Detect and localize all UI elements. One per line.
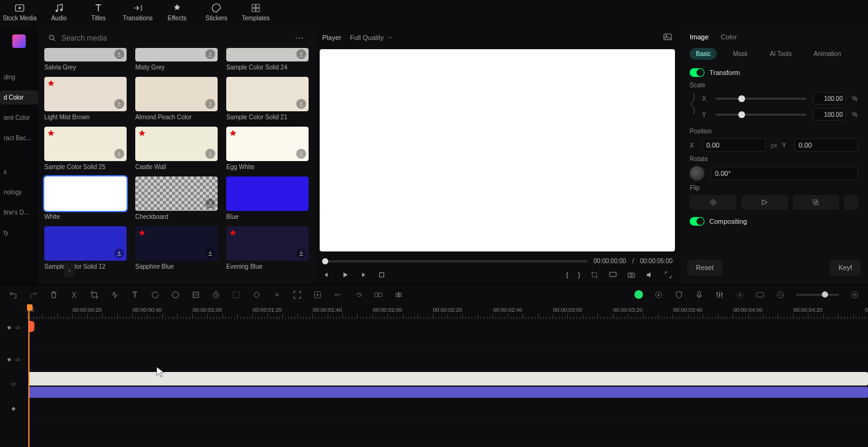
rail-item[interactable]: ient Color: [0, 111, 38, 125]
next-frame-button[interactable]: [359, 271, 368, 279]
scale-y-slider[interactable]: [716, 114, 807, 116]
download-icon[interactable]: [296, 49, 306, 59]
prev-frame-button[interactable]: [322, 271, 331, 279]
nav-audio[interactable]: Audio: [39, 2, 79, 22]
marker-button[interactable]: [272, 290, 282, 299]
stop-button[interactable]: [377, 271, 386, 279]
motion-button[interactable]: [333, 290, 342, 299]
rail-item[interactable]: ding: [0, 70, 38, 84]
download-icon[interactable]: [114, 149, 124, 159]
delete-button[interactable]: [49, 290, 58, 299]
media-item[interactable]: Light Mist Brown: [44, 77, 127, 121]
camera-button[interactable]: [627, 271, 636, 279]
settings-button[interactable]: [735, 290, 744, 299]
rotate-input[interactable]: 0.00°: [711, 167, 858, 180]
player-canvas[interactable]: [320, 49, 675, 251]
scale-x-input[interactable]: 100.00: [813, 92, 846, 105]
preview-button[interactable]: [654, 290, 663, 299]
crop-button[interactable]: [590, 271, 599, 279]
download-icon[interactable]: [205, 199, 215, 208]
media-item[interactable]: Sample Color Solid 25: [44, 127, 127, 170]
media-item[interactable]: Blue: [226, 176, 309, 220]
position-y-input[interactable]: 0.00: [794, 138, 858, 152]
flip-both-button[interactable]: [793, 195, 840, 210]
redo-button[interactable]: [29, 290, 38, 299]
group-button[interactable]: [374, 290, 383, 299]
refresh-button[interactable]: [151, 290, 160, 299]
playhead[interactable]: [28, 304, 30, 447]
add-button[interactable]: [313, 290, 322, 299]
download-icon[interactable]: [296, 149, 306, 159]
fullscreen-button[interactable]: [664, 271, 673, 279]
seek-bar[interactable]: [322, 260, 588, 263]
track-header[interactable]: [0, 319, 27, 336]
media-item[interactable]: Misty Grey: [135, 48, 218, 71]
nav-titles[interactable]: Titles: [79, 2, 118, 22]
undo-button[interactable]: [9, 290, 18, 299]
track-row[interactable]: [27, 351, 868, 368]
download-icon[interactable]: [114, 99, 124, 109]
nav-transitions[interactable]: Transitions: [118, 2, 157, 22]
clip-white[interactable]: [28, 372, 868, 386]
mark-out-button[interactable]: }: [578, 271, 580, 279]
media-item[interactable]: White: [44, 176, 127, 220]
nav-templates[interactable]: Templates: [236, 2, 275, 22]
clip-audio[interactable]: [28, 387, 868, 398]
rail-item[interactable]: ty: [0, 226, 38, 240]
track-header[interactable]: [0, 368, 27, 400]
time-ruler[interactable]: 00:0000:00:00:2000:00:00:4000:00:01:0000…: [27, 304, 868, 319]
download-icon[interactable]: [205, 149, 215, 159]
zoom-slider[interactable]: [796, 294, 839, 296]
fit-button[interactable]: [293, 290, 302, 299]
rail-item[interactable]: tine's D...: [0, 205, 38, 220]
search-input[interactable]: [61, 34, 290, 42]
collapse-rail-button[interactable]: ‹: [64, 263, 75, 277]
zoom-out-button[interactable]: [776, 290, 785, 299]
expand-button[interactable]: [232, 290, 241, 299]
rail-color-icon[interactable]: [12, 34, 26, 48]
media-item[interactable]: Sample Color Solid 24: [226, 48, 309, 71]
media-item[interactable]: Sapphire Blue: [135, 226, 218, 270]
download-icon[interactable]: [205, 49, 215, 59]
play-button[interactable]: [341, 271, 349, 279]
media-item[interactable]: Egg White: [226, 127, 309, 170]
download-icon[interactable]: [205, 248, 215, 258]
download-icon[interactable]: [205, 99, 215, 109]
rail-item[interactable]: ract Bac...: [0, 131, 38, 145]
record-button[interactable]: [634, 290, 643, 299]
media-item[interactable]: Checkboard: [135, 176, 218, 220]
track-header[interactable]: [0, 400, 27, 417]
position-x-input[interactable]: 0.00: [702, 138, 766, 152]
track-row[interactable]: [27, 368, 868, 400]
align-button[interactable]: [394, 290, 403, 299]
download-icon[interactable]: [296, 248, 306, 258]
subtab-animation[interactable]: Animation: [808, 48, 847, 60]
transform-toggle[interactable]: [690, 68, 704, 77]
timer-button[interactable]: [211, 290, 221, 299]
rail-item[interactable]: nology: [0, 185, 38, 199]
split-button[interactable]: [69, 290, 79, 299]
media-item[interactable]: Sample Color Solid 21: [226, 77, 309, 121]
reset-button[interactable]: Reset: [687, 259, 722, 275]
mark-in-button[interactable]: {: [566, 271, 569, 279]
media-item[interactable]: Castle Wall: [135, 127, 218, 170]
download-icon[interactable]: [114, 248, 124, 258]
snapshot-button[interactable]: [663, 32, 673, 43]
link-icon[interactable]: [690, 92, 698, 116]
caption-button[interactable]: [756, 290, 765, 299]
track-row[interactable]: [27, 400, 868, 417]
speed-button[interactable]: [110, 290, 119, 299]
color-button[interactable]: [171, 290, 180, 299]
download-icon[interactable]: [296, 99, 306, 109]
flip-vertical-button[interactable]: [741, 195, 788, 210]
volume-button[interactable]: [645, 271, 654, 279]
scale-x-slider[interactable]: [716, 98, 807, 100]
flip-horizontal-button[interactable]: [690, 195, 736, 210]
text-tool-button[interactable]: [130, 290, 140, 299]
rotate-dial[interactable]: [690, 166, 704, 181]
mic-button[interactable]: [695, 290, 704, 299]
keyframe-button[interactable]: Keyf: [830, 259, 861, 275]
nav-stickers[interactable]: Stickers: [197, 2, 236, 22]
tab-image[interactable]: Image: [690, 33, 709, 41]
media-item[interactable]: Almond Peach Color: [135, 77, 218, 121]
